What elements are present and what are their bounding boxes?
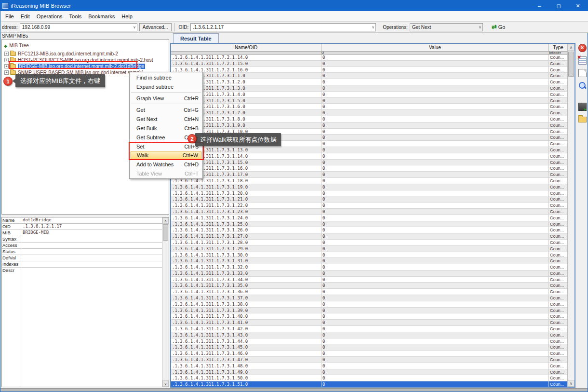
expand-icon[interactable]: + (4, 64, 9, 68)
table-row[interactable]: .1.3.6.1.4.1.311.1.7.3.1.51.00Coun... (171, 381, 567, 387)
stop-icon[interactable] (578, 44, 587, 52)
table-row[interactable]: .1.3.6.1.4.1.311.1.7.3.1.2.00Coun... (171, 79, 567, 85)
oid-input[interactable]: .1.3.6.1.2.1.17 ∨ (190, 23, 376, 31)
expand-icon[interactable]: + (4, 52, 9, 56)
table-row[interactable]: .1.3.6.1.4.1.311.1.7.3.1.27.00Coun... (171, 233, 567, 240)
tab-result-table[interactable]: Result Table (173, 33, 219, 43)
table-row[interactable]: .1.3.6.1.4.1.311.1.7.3.1.40.00Coun... (171, 313, 567, 320)
table-row[interactable]: .1.3.6.1.4.1.311.1.7.3.1.18.00Coun... (171, 178, 567, 184)
table-row[interactable]: .1.3.6.1.4.1.311.1.7.3.1.44.00Coun... (171, 338, 567, 345)
table-row[interactable]: .1.3.6.1.4.1.311.1.7.3.1.8.00Coun... (171, 116, 567, 122)
table-scrollbar[interactable]: ∧ ∨ (567, 44, 575, 387)
context-menu-item-get-next[interactable]: Get NextCtrl+N (130, 114, 202, 123)
table-row[interactable]: .1.3.6.1.4.1.311.1.7.3.1.41.00Coun... (171, 320, 567, 326)
table-row[interactable]: .1.3.6.1.4.1.311.1.7.2.1.16.00Coun... (171, 67, 567, 73)
context-menu-item-walk[interactable]: WalkCtrl+W (131, 151, 201, 160)
tree-item-bridge[interactable]: +BRIDGE-MIB.iso.org.dod.internet.mgmt.mi… (4, 63, 145, 69)
tree-item-host[interactable]: +HOST-RESOURCES-MIB.iso.org.dod.internet… (4, 57, 153, 63)
context-menu-item-add-to-watches[interactable]: Add to WatchesCtrl+D (130, 160, 202, 169)
chevron-down-icon[interactable]: ∨ (479, 25, 481, 29)
table-row[interactable]: .1.3.6.1.4.1.311.1.7.3.1.28.00Coun... (171, 240, 567, 246)
table-row[interactable]: .1.3.6.1.4.1.311.1.7.3.1.25.00Coun... (171, 221, 567, 228)
table-row[interactable]: .1.3.6.1.4.1.311.1.7.3.1.4.00Coun... (171, 92, 567, 98)
table-row[interactable]: .1.3.6.1.4.1.311.1.7.3.1.9.00Coun... (171, 122, 567, 129)
table-row[interactable]: .1.3.6.1.4.1.311.1.7.3.1.48.00Coun... (171, 363, 567, 369)
table-row[interactable]: .1.3.6.1.4.1.311.1.7.3.1.50.00Coun... (171, 375, 567, 381)
table-row[interactable]: .1.3.6.1.4.1.311.1.7.3.1.32.00Coun... (171, 264, 567, 270)
table-row[interactable]: .1.3.6.1.4.1.311.1.7.3.1.36.00Coun... (171, 289, 567, 295)
table-row[interactable]: .1.3.6.1.4.1.311.1.7.3.1.45.00Coun... (171, 344, 567, 351)
scroll-down-icon[interactable]: ∨ (162, 380, 169, 387)
table-row[interactable]: .1.3.6.1.4.1.311.1.7.3.1.29.00Coun... (171, 246, 567, 252)
advanced-button[interactable]: Advanced... (139, 23, 172, 31)
table-row[interactable]: .1.3.6.1.4.1.311.1.7.3.1.49.00Coun... (171, 369, 567, 376)
table-row[interactable]: .1.3.6.1.4.1.311.1.7.3.1.46.00Coun... (171, 351, 567, 357)
table-row[interactable]: .1.3.6.1.4.1.311.1.7.3.1.22.00Coun... (171, 203, 567, 209)
table-row[interactable]: .1.3.6.1.4.1.311.1.7.3.1.31.00Coun... (171, 258, 567, 264)
table-row[interactable]: .1.3.6.1.4.1.311.1.7.3.1.26.00Coun... (171, 227, 567, 233)
context-menu-item-expand-subtree[interactable]: Expand subtree (130, 82, 202, 91)
table-row[interactable]: .1.3.6.1.4.1.311.1.7.3.1.34.00Coun... (171, 277, 567, 283)
column-header-type[interactable]: Type (549, 44, 567, 51)
table-row[interactable]: .1.3.6.1.4.1.311.1.7.3.1.39.00Coun... (171, 308, 567, 314)
table-row[interactable]: .1.3.6.1.4.1.311.1.7.3.1.35.00Coun... (171, 283, 567, 289)
table-row[interactable]: .1.3.6.1.4.1.311.1.7.3.1.13.00Coun... (171, 147, 567, 153)
minimize-button[interactable]: – (530, 0, 549, 11)
tree-item-rfc1213[interactable]: +RFC1213-MIB.iso.org.dod.internet.mgmt.m… (4, 51, 118, 57)
scrollbar-thumb[interactable] (163, 224, 168, 241)
table-row[interactable]: .1.3.6.1.4.1.311.1.7.3.1.23.00Coun... (171, 209, 567, 215)
menu-item-tools[interactable]: Tools (66, 13, 85, 20)
expand-icon[interactable]: + (4, 70, 9, 75)
table-row[interactable]: .1.3.6.1.4.1.311.1.7.2.1.15.00Coun... (171, 61, 567, 67)
table-row[interactable]: .1.3.6.1.4.1.311.1.7.3.1.7.00Coun... (171, 110, 567, 116)
table-row[interactable]: .1.3.6.1.4.1.311.1.7.3.1.21.00Coun... (171, 196, 567, 203)
scroll-down-icon[interactable]: ∨ (568, 380, 575, 387)
export-icon[interactable] (578, 103, 587, 111)
table-row[interactable]: .1.3.6.1.4.1.311.1.7.3.1.38.00Coun... (171, 301, 567, 308)
table-row[interactable]: .1.3.6.1.4.1.311.1.7.3.1.15.00Coun... (171, 160, 567, 166)
table-row[interactable]: .1.3.6.1.4.1.311.1.7.3.1.16.00Coun... (171, 165, 567, 172)
column-header-name-oid[interactable]: Name/OID (171, 44, 321, 51)
scroll-up-icon[interactable]: ∧ (162, 217, 169, 224)
operations-select[interactable]: Get Next ∨ (410, 23, 483, 31)
table-row[interactable]: .1.3.6.1.4.1.311.1.7.3.1.17.00Coun... (171, 172, 567, 178)
tree-root-mib-tree[interactable]: ♣MIB Tree (4, 42, 29, 49)
context-menu-item-get-bulk[interactable]: Get BulkCtrl+B (130, 123, 202, 133)
table-row[interactable]: .1.3.6.1.4.1.311.1.7.3.1.5.00Coun... (171, 98, 567, 104)
table-row[interactable]: .1.3.6.1.4.1.311.1.7.3.1.19.00Coun... (171, 184, 567, 190)
context-menu-item-get[interactable]: GetCtrl+G (130, 105, 202, 114)
properties-scrollbar[interactable]: ∧ ∨ (162, 217, 169, 387)
open-folder-icon[interactable] (578, 117, 587, 122)
menu-item-help[interactable]: Help (118, 13, 136, 20)
table-row[interactable]: .1.3.6.1.4.1.311.1.7.3.1.6.00Coun... (171, 104, 567, 110)
table-row[interactable]: .1.3.6.1.4.1.311.1.7.3.1.20.00Coun... (171, 190, 567, 197)
table-row[interactable]: .1.3.6.1.4.1.311.1.7.3.1.37.00Coun... (171, 295, 567, 301)
table-row[interactable]: .1.3.6.1.4.1.311.1.7.3.1.3.00Coun... (171, 85, 567, 92)
context-menu-item-graph-view[interactable]: Graph ViewCtrl+R (130, 94, 202, 103)
table-row[interactable]: .1.3.6.1.4.1.311.1.7.3.1.1.00Coun... (171, 73, 567, 79)
column-header-value[interactable]: Value (321, 44, 549, 51)
table-row[interactable]: .1.3.6.1.4.1.311.1.7.3.1.33.00Coun... (171, 270, 567, 277)
clear-table-icon[interactable] (578, 56, 587, 65)
menu-item-file[interactable]: File (2, 13, 17, 20)
table-row[interactable]: .1.3.6.1.4.1.311.1.7.3.1.43.00Coun... (171, 332, 567, 338)
context-menu-item-find-in-subtree[interactable]: Find in subtree (130, 73, 202, 82)
chevron-down-icon[interactable]: ∨ (133, 25, 136, 29)
table-row[interactable]: .1.3.6.1.4.1.311.1.7.3.1.30.00Coun... (171, 252, 567, 258)
table-row[interactable]: .1.3.6.1.4.1.311.1.7.3.1.42.00Coun... (171, 326, 567, 332)
scroll-up-icon[interactable]: ∧ (568, 44, 575, 51)
expand-icon[interactable]: + (4, 58, 9, 62)
menu-item-edit[interactable]: Edit (17, 13, 33, 20)
address-input[interactable]: 192.168.0.99 ∨ (20, 23, 137, 31)
go-button[interactable]: ⇄ Go (492, 24, 506, 30)
menu-item-bookmarks[interactable]: Bookmarks (85, 13, 118, 20)
maximize-button[interactable]: ◻ (549, 0, 568, 11)
scrollbar-thumb[interactable] (568, 52, 574, 77)
search-icon[interactable] (578, 81, 587, 90)
table-row[interactable]: .1.3.6.1.4.1.311.1.7.3.1.14.00Coun... (171, 153, 567, 160)
table-row[interactable]: .1.3.6.1.4.1.311.1.7.2.1.14.00Coun... (171, 54, 567, 61)
menu-item-operations[interactable]: Operations (33, 13, 66, 20)
table-row[interactable]: .1.3.6.1.4.1.311.1.7.3.1.24.00Coun... (171, 215, 567, 221)
close-button[interactable]: ✕ (568, 0, 588, 11)
chevron-down-icon[interactable]: ∨ (372, 25, 374, 29)
